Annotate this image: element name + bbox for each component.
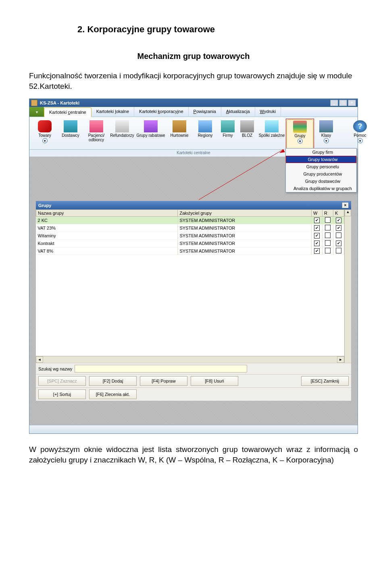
table-row[interactable]: VAT 8%SYSTEM ADMINISTRATOR✔: [36, 247, 344, 255]
checkbox-icon: [325, 217, 331, 223]
menu-wydruki[interactable]: Wydruki: [255, 107, 281, 117]
truck-icon: [64, 120, 77, 132]
menu-kartoteki-centralne[interactable]: Kartoteki centralne: [44, 107, 92, 117]
grid-empty-area: [36, 255, 344, 356]
menu-kartoteki-korporacyjne[interactable]: Kartoteki korporacyjne: [134, 107, 188, 117]
warehouse-icon: [173, 120, 186, 132]
dd-grupy-towarow[interactable]: Grupy towarów: [286, 156, 356, 163]
dropdown-indicator-icon[interactable]: ▾: [298, 138, 303, 144]
panel-close-button[interactable]: ×: [342, 202, 349, 208]
help-icon: ?: [353, 120, 367, 132]
dd-grupy-producentow[interactable]: Grupy producentów: [286, 170, 356, 178]
ribbon-dostawcy[interactable]: Dostawcy: [58, 119, 83, 149]
app-menu-button[interactable]: ▾: [29, 107, 44, 117]
ribbon-refundatorzy[interactable]: Refundatorzy: [109, 119, 135, 149]
app-icon: [31, 100, 37, 106]
grupy-dropdown: Grupy firm Grupy towarów Grupy personelu…: [285, 148, 357, 193]
table-row[interactable]: WitaminySYSTEM ADMINISTRATOR✔: [36, 232, 344, 240]
table-row[interactable]: VAT 23%SYSTEM ADMINISTRATOR✔✔: [36, 224, 344, 232]
maximize-button[interactable]: □: [339, 100, 347, 106]
discount-groups-icon: [144, 120, 158, 132]
close-button[interactable]: ×: [348, 100, 356, 106]
menu-kartoteki-lokalne[interactable]: Kartoteki lokalne: [92, 107, 134, 117]
menubar: ▾ Kartoteki centralne Kartoteki lokalne …: [29, 107, 358, 117]
titlebar: KS-ZSA - Kartoteki _ □ ×: [29, 99, 358, 107]
ribbon-pacjenci[interactable]: Pacjenci/ odbiorcy: [83, 119, 109, 149]
zamknij-button[interactable]: [ESC] Zamknij: [301, 376, 349, 386]
search-label: Szukaj wg nazwy: [38, 366, 72, 371]
section-subtitle: Mechanizm grup towarowych: [29, 52, 358, 61]
scroll-right-button[interactable]: ►: [337, 356, 344, 363]
usun-button[interactable]: [F8] Usuń: [191, 376, 238, 386]
popraw-button[interactable]: [F4] Popraw: [140, 376, 187, 386]
dd-analiza-duplikatow[interactable]: Analiza duplikatów w grupach: [286, 185, 356, 192]
pill-icon: [38, 120, 52, 132]
ribbon-firmy[interactable]: Firmy: [218, 119, 237, 149]
col-zalozyciel[interactable]: Założyciel grupy: [178, 210, 312, 217]
scroll-up-button[interactable]: ▲: [345, 209, 351, 216]
vertical-scrollbar[interactable]: ▲: [344, 209, 351, 363]
checkbox-icon: ✔: [314, 233, 320, 239]
companies-icon: [221, 120, 235, 132]
ribbon-grupy[interactable]: Grupy▾ Grupy firm Grupy towarów Grupy pe…: [287, 119, 313, 149]
menu-aktualizacja[interactable]: Aktualizacja: [221, 107, 255, 117]
dd-grupy-dostawcow[interactable]: Grupy dostawców: [286, 178, 356, 185]
ribbon-bloz[interactable]: BLOZ: [237, 119, 257, 149]
checkbox-icon: ✔: [336, 241, 341, 246]
app-window: KS-ZSA - Kartoteki _ □ × ▾ Kartoteki cen…: [29, 98, 358, 434]
section-heading: 2. Korporacyjne grupy towarowe: [77, 24, 358, 35]
dd-grupy-firm[interactable]: Grupy firm: [286, 149, 356, 156]
minimize-button[interactable]: _: [330, 100, 338, 106]
dropdown-indicator-icon[interactable]: ▾: [358, 138, 363, 143]
table-header: Nazwa grupy Założyciel grupy W R K: [36, 210, 344, 217]
patients-icon: [89, 120, 103, 132]
col-r[interactable]: R: [322, 210, 333, 217]
search-input[interactable]: [75, 365, 247, 372]
panel-titlebar: Grupy ×: [36, 201, 351, 209]
col-k[interactable]: K: [333, 210, 344, 217]
ribbon-grupy-rabatowe[interactable]: Grupy rabatowe: [135, 119, 166, 149]
ribbon-pomoc[interactable]: ?Pomoc▾: [347, 119, 373, 149]
svg-line-0: [199, 149, 283, 200]
dd-grupy-personelu[interactable]: Grupy personelu: [286, 163, 356, 170]
ribbon: Towary▾ Dostawcy Pacjenci/ odbiorcy Refu…: [29, 117, 358, 150]
checkbox-icon: ✔: [314, 218, 320, 223]
ribbon-hurtownie[interactable]: Hurtownie: [166, 119, 192, 149]
horizontal-scrollbar[interactable]: ◄ ►: [36, 356, 344, 363]
checkbox-icon: ✔: [336, 225, 341, 231]
ribbon-klasy[interactable]: Klasy▾: [313, 119, 339, 149]
table-row[interactable]: 2 KCSYSTEM ADMINISTRATOR✔✔: [36, 217, 344, 224]
col-nazwa[interactable]: Nazwa grupy: [36, 210, 178, 217]
window-title: KS-ZSA - Kartoteki: [40, 100, 330, 105]
scroll-left-button[interactable]: ◄: [36, 356, 43, 363]
checkbox-icon: ✔: [314, 225, 320, 231]
refund-icon: [115, 120, 129, 132]
col-w[interactable]: W: [312, 210, 322, 217]
subsidiaries-icon: [265, 120, 279, 132]
checkbox-icon: [325, 248, 331, 253]
bloz-icon: [240, 120, 254, 132]
zaznacz-button[interactable]: [SPC] Zaznacz: [38, 376, 86, 386]
checkbox-icon: [336, 248, 341, 253]
menu-powiazania[interactable]: Powiązania: [189, 107, 221, 117]
checkbox-icon: [325, 232, 331, 238]
checkbox-icon: ✔: [314, 248, 320, 254]
ribbon-towary[interactable]: Towary▾: [32, 119, 58, 149]
dodaj-button[interactable]: [F2] Dodaj: [89, 376, 137, 386]
checkbox-icon: ✔: [336, 218, 341, 223]
dropdown-indicator-icon[interactable]: ▾: [324, 138, 329, 143]
checkbox-icon: [325, 240, 331, 246]
grupy-table: Nazwa grupy Założyciel grupy W R K 2 KCS…: [36, 209, 344, 255]
checkbox-icon: [336, 232, 341, 238]
zlecenia-button[interactable]: [F6] Zlecenia akt.: [89, 389, 137, 399]
groups-icon: [293, 121, 307, 133]
grupy-panel: Grupy × Nazwa grupy Założyciel grupy W R: [36, 201, 351, 401]
classes-icon: [319, 120, 333, 132]
ribbon-regiony[interactable]: Regiony: [192, 119, 218, 149]
ribbon-spolki[interactable]: Spółki zależne: [257, 119, 287, 149]
dropdown-indicator-icon[interactable]: ▾: [42, 138, 48, 143]
regions-icon: [198, 120, 212, 132]
table-row[interactable]: KontraktSYSTEM ADMINISTRATOR✔✔: [36, 240, 344, 247]
sortuj-button[interactable]: [+] Sortuj: [38, 389, 86, 399]
intro-paragraph: Funkcjonalność tworzenia i modyfikacji k…: [29, 71, 358, 91]
